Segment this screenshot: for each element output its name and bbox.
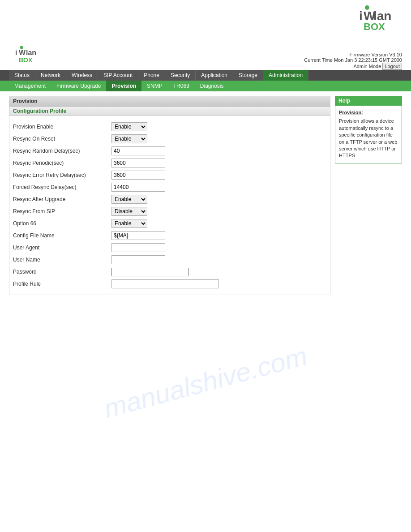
label-resync-after-upgrade: Resync After Upgrade bbox=[13, 196, 111, 202]
input-user-name[interactable] bbox=[111, 255, 165, 264]
help-content: Provision: Provision allows a device aut… bbox=[335, 106, 402, 163]
control-config-file-name bbox=[111, 231, 165, 240]
control-password bbox=[111, 268, 189, 276]
row-resync-error-retry: Resync Error Retry Delay(sec) bbox=[13, 170, 326, 180]
control-user-name bbox=[111, 255, 165, 264]
nav-item-status[interactable]: Status bbox=[9, 70, 35, 81]
label-resync-from-sip: Resync From SIP bbox=[13, 208, 111, 215]
firmware-info: Firmware Version V3.10 Current Time Mon … bbox=[304, 39, 402, 70]
select-resync-on-reset[interactable]: Enable Disable bbox=[111, 134, 147, 143]
control-resync-from-sip: Enable Disable bbox=[111, 207, 147, 216]
row-forced-resync-delay: Forced Resync Delay(sec) bbox=[13, 182, 326, 192]
control-resync-on-reset: Enable Disable bbox=[111, 134, 147, 143]
nav-item-storage[interactable]: Storage bbox=[233, 70, 263, 81]
control-provision-enable: Enable Disable bbox=[111, 122, 147, 131]
label-user-name: User Name bbox=[13, 257, 111, 263]
select-provision-enable[interactable]: Enable Disable bbox=[111, 122, 147, 131]
admin-mode: Admin Mode Logout bbox=[304, 63, 402, 70]
row-resync-random-delay: Resync Random Delay(sec) bbox=[13, 146, 326, 156]
control-resync-periodic bbox=[111, 159, 165, 167]
svg-text:i: i bbox=[15, 49, 17, 56]
nav-item-network[interactable]: Network bbox=[35, 70, 66, 81]
svg-text:BOX: BOX bbox=[364, 21, 385, 32]
current-time: Current Time Mon Jan 3 22:23:15 GMT 2000 bbox=[304, 57, 402, 63]
control-resync-error-retry bbox=[111, 171, 165, 180]
nav-item-sip-account[interactable]: SIP Account bbox=[98, 70, 138, 81]
input-resync-random-delay[interactable] bbox=[111, 146, 165, 155]
label-provision-enable: Provision Enable bbox=[13, 124, 111, 130]
sub-item-provision[interactable]: Provision bbox=[106, 81, 141, 91]
control-user-agent bbox=[111, 243, 165, 252]
provision-form: Provision Enable Enable Disable Resync O… bbox=[9, 118, 330, 295]
nav-main: Status Network Wireless SIP Account Phon… bbox=[0, 70, 411, 81]
input-resync-error-retry[interactable] bbox=[111, 171, 165, 180]
row-resync-periodic: Resync Periodic(sec) bbox=[13, 158, 326, 168]
row-user-agent: User Agent bbox=[13, 243, 326, 253]
svg-text:i: i bbox=[359, 9, 363, 23]
input-config-file-name[interactable] bbox=[111, 231, 165, 240]
label-profile-rule: Profile Rule bbox=[13, 281, 111, 287]
content-area: Provision Configuration Profile Provisio… bbox=[0, 91, 411, 300]
help-heading: Provision: bbox=[339, 109, 398, 116]
help-panel: Help Provision: Provision allows a devic… bbox=[335, 96, 402, 295]
label-forced-resync-delay: Forced Resync Delay(sec) bbox=[13, 184, 111, 190]
control-resync-after-upgrade: Enable Disable bbox=[111, 195, 147, 204]
panel-title: Provision bbox=[9, 96, 330, 107]
label-config-file-name: Config File Name bbox=[13, 232, 111, 239]
svg-text:W: W bbox=[19, 49, 26, 56]
row-password: Password bbox=[13, 267, 326, 277]
select-resync-after-upgrade[interactable]: Enable Disable bbox=[111, 195, 147, 204]
label-resync-random-delay: Resync Random Delay(sec) bbox=[13, 148, 111, 154]
control-profile-rule bbox=[111, 279, 219, 288]
sub-item-diagnosis[interactable]: Diagnosis bbox=[195, 81, 229, 91]
input-password[interactable] bbox=[111, 268, 189, 276]
main-panel: Provision Configuration Profile Provisio… bbox=[9, 96, 330, 295]
nav-item-administration[interactable]: Administration bbox=[263, 70, 308, 81]
row-resync-on-reset: Resync On Reset Enable Disable bbox=[13, 134, 326, 144]
help-title: Help bbox=[335, 96, 402, 106]
nav-item-application[interactable]: Application bbox=[196, 70, 233, 81]
firmware-version: Firmware Version V3.10 bbox=[304, 52, 402, 57]
logout-button[interactable]: Logout bbox=[382, 63, 402, 70]
section-title: Configuration Profile bbox=[9, 107, 330, 116]
sub-item-firmware-upgrade[interactable]: Firmware Upgrade bbox=[51, 81, 106, 91]
header-logo-small: W i lan BOX bbox=[9, 39, 45, 70]
sub-item-management[interactable]: Management bbox=[9, 81, 51, 91]
label-user-agent: User Agent bbox=[13, 245, 111, 251]
label-resync-periodic: Resync Periodic(sec) bbox=[13, 160, 111, 166]
label-option-66: Option 66 bbox=[13, 220, 111, 227]
sub-item-tr069[interactable]: TR069 bbox=[168, 81, 195, 91]
svg-text:lan: lan bbox=[26, 49, 36, 56]
label-password: Password bbox=[13, 269, 111, 275]
row-config-file-name: Config File Name bbox=[13, 231, 326, 240]
input-profile-rule[interactable] bbox=[111, 279, 219, 288]
row-option-66: Option 66 Enable Disable bbox=[13, 219, 326, 228]
help-text: Provision allows a device automatically … bbox=[339, 118, 397, 158]
input-forced-resync-delay[interactable] bbox=[111, 183, 165, 192]
nav-sub: Management Firmware Upgrade Provision SN… bbox=[0, 81, 411, 91]
sub-item-snmp[interactable]: SNMP bbox=[141, 81, 168, 91]
control-option-66: Enable Disable bbox=[111, 219, 147, 228]
row-resync-from-sip: Resync From SIP Enable Disable bbox=[13, 206, 326, 216]
input-resync-periodic[interactable] bbox=[111, 159, 165, 167]
label-resync-on-reset: Resync On Reset bbox=[13, 136, 111, 142]
control-resync-random-delay bbox=[111, 146, 165, 155]
select-resync-from-sip[interactable]: Enable Disable bbox=[111, 207, 147, 216]
label-resync-error-retry: Resync Error Retry Delay(sec) bbox=[13, 172, 111, 178]
select-option-66[interactable]: Enable Disable bbox=[111, 219, 147, 228]
row-user-name: User Name bbox=[13, 255, 326, 265]
nav-item-phone[interactable]: Phone bbox=[138, 70, 165, 81]
input-user-agent[interactable] bbox=[111, 243, 165, 252]
logo-top: W i lan BOX bbox=[344, 2, 402, 34]
row-provision-enable: Provision Enable Enable Disable bbox=[13, 122, 326, 132]
svg-text:BOX: BOX bbox=[19, 56, 33, 64]
row-profile-rule: Profile Rule bbox=[13, 279, 326, 289]
row-resync-after-upgrade: Resync After Upgrade Enable Disable bbox=[13, 194, 326, 204]
nav-item-wireless[interactable]: Wireless bbox=[66, 70, 98, 81]
control-forced-resync-delay bbox=[111, 183, 165, 192]
nav-item-security[interactable]: Security bbox=[165, 70, 196, 81]
